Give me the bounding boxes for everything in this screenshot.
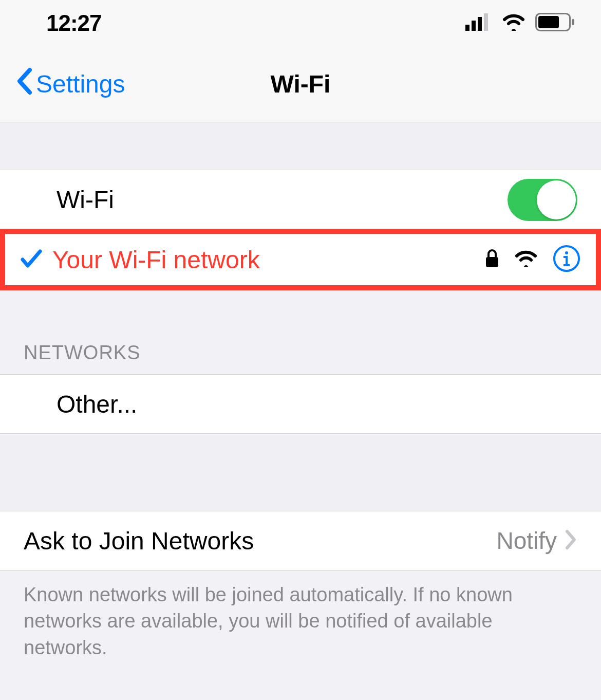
wifi-toggle-label: Wi-Fi <box>57 186 114 214</box>
status-indicators <box>465 13 575 33</box>
svg-rect-5 <box>538 16 559 28</box>
svg-rect-6 <box>572 19 574 25</box>
svg-point-9 <box>565 251 568 254</box>
spacer <box>0 122 601 170</box>
ask-to-join-value: Notify <box>496 527 557 555</box>
battery-icon <box>535 13 575 33</box>
wifi-signal-icon <box>514 250 538 269</box>
info-icon[interactable] <box>553 245 580 274</box>
ask-to-join-row[interactable]: Ask to Join Networks Notify <box>0 511 601 570</box>
svg-rect-3 <box>484 13 488 31</box>
wifi-icon <box>501 13 526 33</box>
networks-header: NETWORKS <box>0 290 601 374</box>
ask-to-join-label: Ask to Join Networks <box>24 527 254 555</box>
svg-rect-0 <box>465 25 469 31</box>
other-label: Other... <box>57 390 137 418</box>
connected-network-row[interactable]: Your Wi-Fi network <box>0 229 601 290</box>
svg-rect-11 <box>564 256 568 258</box>
svg-rect-12 <box>564 264 570 266</box>
back-label: Settings <box>36 70 125 98</box>
connected-network-name: Your Wi-Fi network <box>52 246 485 274</box>
wifi-toggle-row: Wi-Fi <box>0 170 601 229</box>
chevron-right-icon <box>564 528 577 553</box>
status-time: 12:27 <box>46 10 102 36</box>
navigation-bar: Settings Wi-Fi <box>0 46 601 122</box>
page-title: Wi-Fi <box>271 70 331 98</box>
back-button[interactable]: Settings <box>0 68 125 100</box>
ask-to-join-footer: Known networks will be joined automatica… <box>0 570 601 672</box>
svg-rect-7 <box>486 257 498 267</box>
wifi-toggle-switch[interactable] <box>508 179 577 221</box>
other-network-row[interactable]: Other... <box>0 374 601 434</box>
chevron-left-icon <box>15 68 34 100</box>
checkmark-icon <box>21 248 42 271</box>
lock-icon <box>485 249 499 270</box>
toggle-knob <box>537 180 576 219</box>
svg-rect-10 <box>566 257 568 265</box>
svg-rect-1 <box>472 21 476 31</box>
spacer <box>0 434 601 511</box>
cellular-signal-icon <box>465 13 492 33</box>
status-bar: 12:27 <box>0 0 601 46</box>
svg-rect-2 <box>478 17 482 31</box>
